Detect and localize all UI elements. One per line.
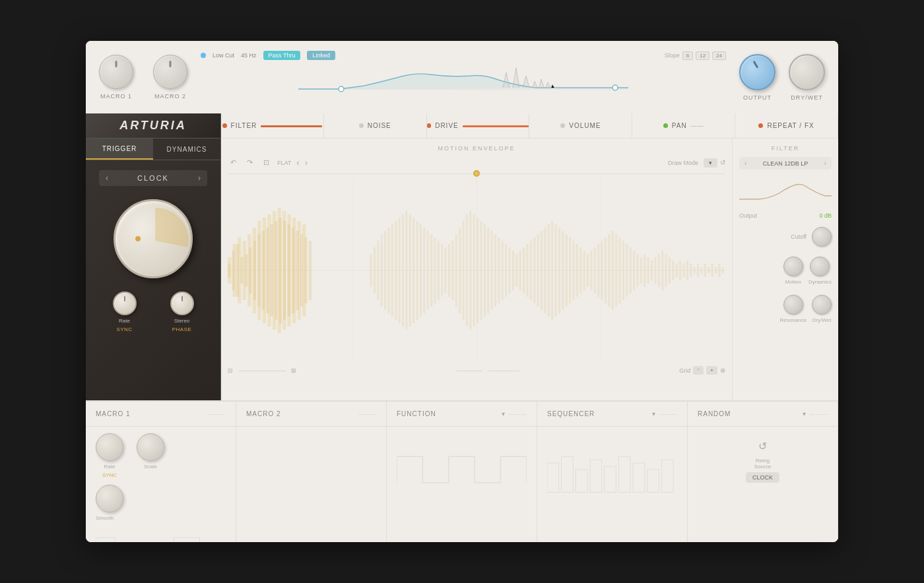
svg-rect-99 xyxy=(569,237,571,303)
drywet-knob[interactable] xyxy=(789,54,825,90)
env-clear-btn[interactable]: ⊡ xyxy=(261,157,272,168)
env-redo-btn[interactable]: ↷ xyxy=(244,157,255,168)
filter-prev-arrow[interactable]: ‹ xyxy=(744,160,746,167)
svg-rect-134 xyxy=(694,267,696,274)
env-zoom-in[interactable]: ⊞ xyxy=(291,367,296,374)
resonance-knob[interactable] xyxy=(783,295,803,315)
main-lfo-knob[interactable] xyxy=(114,199,193,278)
motion-knob[interactable] xyxy=(783,257,803,276)
svg-rect-154 xyxy=(647,470,659,492)
svg-rect-123 xyxy=(654,257,656,284)
svg-rect-46 xyxy=(381,234,383,307)
bottom-tab-random-label: RANDOM xyxy=(698,410,731,417)
grid-magnet[interactable]: ⊛ xyxy=(720,367,725,374)
clock-next-btn[interactable]: › xyxy=(198,173,201,183)
macro1-smooth-knob[interactable] xyxy=(96,485,123,512)
svg-rect-28 xyxy=(233,244,236,297)
bottom-tab-sequencer[interactable]: SEQUENCER ▾ ——— xyxy=(537,402,688,426)
function-line: ——— xyxy=(509,411,527,417)
macro1-scale-knob[interactable] xyxy=(137,433,164,461)
svg-rect-67 xyxy=(455,234,457,307)
svg-rect-106 xyxy=(594,247,596,293)
pan-btn[interactable]: PAN —— xyxy=(632,113,735,138)
cutoff-knob[interactable] xyxy=(812,227,832,247)
svg-rect-73 xyxy=(477,218,478,323)
svg-rect-110 xyxy=(608,234,610,307)
svg-rect-131 xyxy=(682,264,684,277)
filter-btn[interactable]: FILTER xyxy=(221,113,324,138)
draw-mode-reset[interactable]: ↺ xyxy=(720,159,725,166)
macro2-label: MACRO 2 xyxy=(154,93,186,100)
macro1-panel: Rate SYNC Scale Smooth xyxy=(86,427,236,542)
svg-rect-140 xyxy=(715,267,717,274)
bottom-tab-random[interactable]: RANDOM ▾ ——— xyxy=(688,402,838,426)
svg-rect-138 xyxy=(708,267,710,274)
svg-rect-97 xyxy=(562,231,564,310)
draw-mode-dropdown[interactable]: ▾ xyxy=(704,158,717,168)
svg-rect-33 xyxy=(257,221,261,320)
rate-group: Rate SYNC xyxy=(113,292,137,332)
env-next-btn[interactable]: › xyxy=(305,158,308,168)
filter-next-arrow[interactable]: › xyxy=(824,160,826,167)
slope-12-btn[interactable]: 12 xyxy=(696,51,710,60)
filter-drywet-knob[interactable] xyxy=(812,295,832,315)
svg-rect-79 xyxy=(498,237,500,303)
svg-rect-87 xyxy=(526,244,528,297)
filter-type-selector[interactable]: ‹ CLEAN 12DB LP › xyxy=(739,157,832,169)
drive-btn[interactable]: DRIVE xyxy=(427,113,530,138)
eq-pass-thru-btn[interactable]: Pass Thru xyxy=(263,51,301,60)
cutoff-label: Cutoff xyxy=(791,233,807,240)
env-waveform-svg xyxy=(228,178,725,363)
slope-24-btn[interactable]: 24 xyxy=(712,51,726,60)
stereo-knob[interactable] xyxy=(170,292,194,315)
clock-prev-btn[interactable]: ‹ xyxy=(106,173,108,183)
clock-selector: ‹ CLOCK › xyxy=(99,170,207,186)
arturia-text: ARTURIA xyxy=(119,119,187,133)
retrig-selector[interactable]: CLOCK xyxy=(746,472,779,483)
bottom-tab-macro2[interactable]: MACRO 2 ——— xyxy=(236,402,387,426)
loop-label: ————— xyxy=(456,367,482,373)
svg-rect-63 xyxy=(441,244,443,297)
svg-rect-95 xyxy=(554,224,556,317)
dynamics-tab[interactable]: DYNAMICS xyxy=(153,138,220,160)
svg-rect-96 xyxy=(558,228,560,313)
svg-rect-147 xyxy=(547,463,559,492)
slope-6-btn[interactable]: 6 xyxy=(682,51,693,60)
rate-knob[interactable] xyxy=(113,292,137,315)
bottom-tab-macro1[interactable]: MACRO 1 ——— xyxy=(86,402,236,426)
bottom-tab-sequencer-label: SEQUENCER xyxy=(547,410,595,417)
bottom-tab-function[interactable]: FUNCTION ▾ ——— xyxy=(387,402,537,426)
motion-area: MOTION ENVELOPE ↶ ↷ ⊡ FLAT ‹ › Draw Mode… xyxy=(221,138,838,400)
dynamics-knob[interactable] xyxy=(810,257,830,276)
grid-btn-1[interactable]: ⁻ xyxy=(693,366,704,375)
svg-rect-148 xyxy=(562,456,574,492)
trigger-tab[interactable]: TRIGGER xyxy=(86,138,153,160)
eq-linked-btn[interactable]: Linked xyxy=(307,51,335,60)
env-prev-btn[interactable]: ‹ xyxy=(296,158,299,168)
draw-mode-label: Draw Mode xyxy=(668,160,698,166)
main-content: FILTER NOISE DRIVE VOLUME PAN —— xyxy=(221,113,838,400)
svg-rect-38 xyxy=(282,211,286,330)
svg-rect-126 xyxy=(665,254,667,287)
repeat-fx-btn[interactable]: REPEAT / FX xyxy=(735,113,838,138)
svg-rect-50 xyxy=(395,221,397,320)
svg-rect-145 xyxy=(174,537,199,542)
macro1-knob[interactable] xyxy=(99,55,133,89)
macro1-rate-knob[interactable] xyxy=(96,433,123,461)
top-bar: MACRO 1 MACRO 2 Low Cut 45 Hz Pass Thru … xyxy=(86,41,838,113)
svg-rect-136 xyxy=(700,267,702,274)
env-undo-btn[interactable]: ↶ xyxy=(228,157,239,168)
slope-label: Slope xyxy=(665,52,680,59)
grid-btn-2[interactable]: + xyxy=(706,366,717,375)
svg-rect-64 xyxy=(445,247,447,293)
volume-btn[interactable]: VOLUME xyxy=(529,113,632,138)
svg-rect-41 xyxy=(298,221,301,320)
volume-label: VOLUME xyxy=(569,122,601,129)
env-canvas[interactable] xyxy=(228,178,725,363)
noise-btn[interactable]: NOISE xyxy=(324,113,427,138)
env-flat-btn[interactable]: FLAT xyxy=(277,160,291,166)
env-zoom-out[interactable]: ⊟ xyxy=(228,367,233,374)
macro2-knob[interactable] xyxy=(153,55,187,89)
output-knob[interactable] xyxy=(739,54,776,90)
env-toolbar: ↶ ↷ ⊡ FLAT ‹ › Draw Mode ▾ ↺ xyxy=(228,157,725,168)
